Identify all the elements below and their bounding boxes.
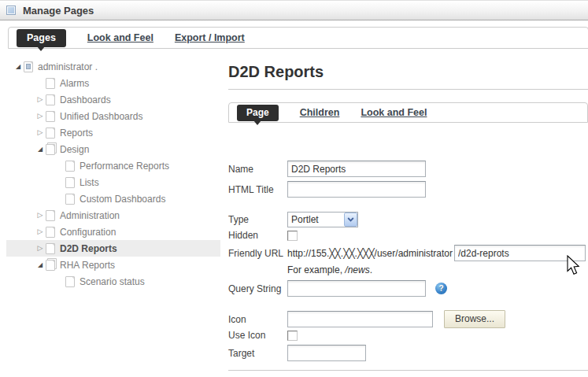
icon-row: Icon Browse... [228, 310, 588, 328]
tree-item-label: D2D Reports [60, 243, 117, 254]
collapsed-toggle-icon[interactable]: ▷ [35, 224, 46, 240]
tab-children[interactable]: Children [300, 107, 340, 118]
tree-item-reports[interactable]: ▷Reports [6, 124, 220, 141]
name-row: Name [228, 161, 588, 177]
hint-period: . [370, 264, 372, 275]
page-detail-tabbar: Page Children Look and Feel [228, 102, 588, 123]
tree-item-scenario-status[interactable]: Scenario status [6, 273, 220, 290]
tree-item-administrator[interactable]: ◢administrator . [6, 58, 220, 75]
browse-button[interactable]: Browse... [444, 310, 505, 328]
tab-detail-look-and-feel[interactable]: Look and Feel [361, 107, 427, 118]
tree-item-configuration[interactable]: ▷Configuration [6, 224, 220, 240]
tree-item-dashboards[interactable]: ▷Dashboards [6, 91, 220, 108]
expanded-toggle-icon[interactable]: ◢ [35, 141, 46, 157]
hint-text: For example, [287, 264, 345, 275]
page-icon [46, 78, 55, 89]
type-select-value: Portlet [288, 214, 319, 225]
friendly-url-row: Friendly URL http://155.╳╳.╳╳.╳╳╳/user/a… [228, 245, 588, 261]
page-icon [46, 111, 55, 122]
page-icon [46, 210, 55, 221]
tree-item-custom-dashboards[interactable]: Custom Dashboards [6, 190, 220, 207]
tree-item-label: Design [60, 144, 89, 155]
html-title-row: HTML Title [228, 181, 588, 198]
tab-export-import[interactable]: Export / Import [175, 32, 245, 43]
page-icon [65, 276, 75, 287]
chevron-down-icon[interactable] [344, 213, 357, 227]
collapsed-toggle-icon[interactable]: ▷ [35, 207, 46, 224]
html-title-label: HTML Title [228, 184, 287, 195]
collapsed-toggle-icon[interactable]: ▷ [35, 124, 46, 141]
tree-item-label: Configuration [60, 227, 116, 238]
icon-path-input[interactable] [287, 311, 433, 327]
page-icon [65, 161, 75, 172]
use-icon-label: Use Icon [228, 330, 287, 341]
window-titlebar: Manage Pages [0, 0, 588, 20]
tree-item-lists[interactable]: Lists [6, 174, 220, 190]
tree-item-label: Lists [80, 177, 99, 188]
pages-tree: ◢administrator .Alarms▷Dashboards▷Unifie… [6, 58, 220, 290]
window-title: Manage Pages [23, 5, 94, 17]
tree-item-d2d-reports[interactable]: ▷D2D Reports [6, 240, 220, 257]
use-icon-checkbox[interactable] [287, 331, 298, 341]
tree-item-rha-reports[interactable]: ◢RHA Reports [6, 257, 220, 273]
query-string-row: Query String ? [228, 280, 588, 297]
friendly-url-label: Friendly URL [228, 248, 287, 259]
tree-item-unified-dashboards[interactable]: ▷Unified Dashboards [6, 108, 220, 124]
page-icon [46, 94, 55, 105]
tree-item-label: Reports [60, 128, 93, 139]
help-icon[interactable]: ? [435, 283, 447, 294]
tree-item-alarms[interactable]: Alarms [6, 75, 220, 91]
hidden-checkbox[interactable] [287, 231, 298, 241]
tab-look-and-feel[interactable]: Look and Feel [87, 32, 153, 43]
manage-pages-window: Manage Pages Pages Look and Feel Export … [0, 0, 588, 377]
tree-item-performance-reports[interactable]: Performance Reports [6, 157, 220, 174]
hidden-row: Hidden [228, 230, 588, 241]
use-icon-row: Use Icon [228, 330, 588, 341]
collapsed-toggle-icon[interactable]: ▷ [35, 240, 46, 257]
friendly-url-input[interactable] [454, 245, 586, 261]
tab-page[interactable]: Page [237, 105, 279, 121]
main-tabbar: Pages Look and Feel Export / Import [8, 27, 588, 49]
expanded-toggle-icon[interactable]: ◢ [35, 257, 46, 273]
name-label: Name [228, 164, 287, 175]
query-string-label: Query String [228, 283, 287, 294]
target-input[interactable] [287, 345, 366, 361]
form-bottom-divider [228, 370, 588, 371]
icon-label: Icon [228, 314, 287, 325]
friendly-url-prefix: http://155.╳╳.╳╳.╳╳╳/user/administrator [287, 248, 453, 259]
tree-item-administration[interactable]: ▷Administration [6, 207, 220, 224]
target-label: Target [228, 348, 287, 359]
page-detail-panel: D2D Reports Page Children Look and Feel … [228, 55, 588, 371]
tree-item-label: Unified Dashboards [60, 111, 142, 122]
tree-item-label: Administration [60, 210, 120, 221]
tree-item-label: Dashboards [60, 94, 111, 105]
portal-icon [24, 61, 33, 72]
tab-pages[interactable]: Pages [17, 29, 66, 47]
type-select[interactable]: Portlet [287, 212, 358, 227]
tree-item-label: Scenario status [80, 276, 145, 287]
tree-item-label: administrator . [38, 61, 98, 72]
type-label: Type [228, 214, 287, 225]
page-icon [65, 177, 75, 188]
collapsed-toggle-icon[interactable]: ▷ [35, 108, 46, 124]
tree-item-label: Alarms [60, 78, 89, 89]
page-icon [46, 227, 55, 238]
page-icon [46, 243, 55, 254]
pages-icon [46, 144, 55, 155]
collapsed-toggle-icon[interactable]: ▷ [35, 91, 46, 108]
target-row: Target [228, 345, 588, 361]
hint-example: /news [345, 264, 369, 275]
hidden-label: Hidden [228, 230, 287, 241]
expanded-toggle-icon[interactable]: ◢ [13, 58, 24, 75]
html-title-input[interactable] [287, 181, 426, 198]
mouse-cursor [567, 255, 580, 275]
page-settings-form: Name HTML Title Type Portlet Hidden [228, 161, 588, 361]
query-string-input[interactable] [287, 280, 426, 297]
name-input[interactable] [287, 161, 426, 177]
page-icon [46, 128, 55, 139]
tree-item-label: Performance Reports [80, 161, 169, 172]
portlet-icon [6, 6, 16, 15]
tree-item-design[interactable]: ◢Design [6, 141, 220, 157]
tree-item-label: RHA Reports [60, 260, 115, 271]
page-title: D2D Reports [228, 55, 588, 82]
